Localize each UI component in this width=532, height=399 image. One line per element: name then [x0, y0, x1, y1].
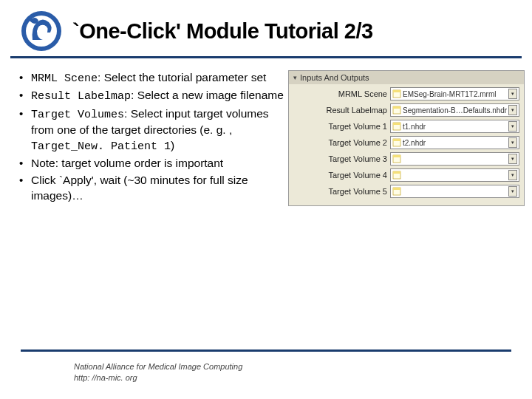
svg-rect-16 — [393, 188, 400, 190]
panel-row-value: Segmentation-B…Defaults.nhdr — [403, 106, 507, 115]
panel-row-field[interactable]: t1.nhdr▾ — [390, 120, 519, 133]
svg-rect-6 — [393, 106, 400, 109]
panel-row-label: MRML Scene — [293, 89, 387, 98]
svg-point-2 — [30, 18, 33, 21]
panel-row-field[interactable]: Segmentation-B…Defaults.nhdr▾ — [390, 103, 519, 117]
footer-line-2: http: //na-mic. org — [74, 372, 242, 383]
slide-title: `One-Click' Module Tutorial 2/3 — [72, 19, 373, 44]
dropdown-button[interactable]: ▾ — [508, 170, 517, 180]
panel-row-label: Result Labelmap — [293, 106, 387, 115]
file-icon — [392, 138, 401, 147]
inputs-outputs-panel: ▾ Inputs And Outputs MRML Scene EMSeg-Br… — [288, 70, 525, 206]
panel-row: Target Volume 5 ▾ — [293, 185, 519, 198]
panel-row: Target Volume 2 t2.nhdr▾ — [293, 136, 519, 149]
panel-row-label: Target Volume 2 — [293, 138, 387, 147]
bullet-text: Note: target volume order is important — [31, 157, 223, 169]
dropdown-button[interactable]: ▾ — [508, 105, 517, 115]
bullet-item: Target Volumes: Select input target volu… — [18, 106, 284, 154]
panel-row-value: EMSeg-Brain-MRT1T2.mrml — [403, 90, 507, 98]
panel-row-field[interactable]: ▾ — [390, 152, 519, 166]
panel-row-field[interactable]: EMSeg-Brain-MRT1T2.mrml▾ — [390, 87, 519, 100]
slide-content: MRML Scene: Select the tutorial paramete… — [0, 58, 532, 206]
panel-body: MRML Scene EMSeg-Brain-MRT1T2.mrml▾Resul… — [289, 84, 524, 205]
file-icon — [392, 89, 401, 98]
panel-header-label: Inputs And Outputs — [300, 73, 369, 82]
namic-logo — [21, 10, 65, 52]
panel-row-field[interactable]: ▾ — [390, 185, 519, 198]
bullet-text: : Select a new image filename — [131, 89, 284, 101]
bullet-text: : Select the tutorial parameter set — [98, 71, 266, 83]
dropdown-button[interactable]: ▾ — [508, 186, 517, 197]
bullet-list: MRML Scene: Select the tutorial paramete… — [18, 70, 288, 206]
panel-row-label: Target Volume 3 — [293, 154, 387, 163]
panel-row-label: Target Volume 1 — [293, 122, 387, 131]
bullet-text: Click `Apply', wait (~30 minutes for ful… — [31, 174, 248, 202]
bullet-item: Click `Apply', wait (~30 minutes for ful… — [18, 173, 284, 204]
panel-row: Target Volume 1 t1.nhdr▾ — [293, 120, 519, 133]
file-icon — [392, 171, 401, 180]
bullet-mono: Result Labelmap — [31, 90, 131, 103]
file-icon — [392, 106, 401, 115]
dropdown-button[interactable]: ▾ — [508, 154, 517, 164]
panel-row: MRML Scene EMSeg-Brain-MRT1T2.mrml▾ — [293, 87, 519, 100]
file-icon — [392, 122, 401, 131]
bullet-mono: Target Volumes — [31, 109, 124, 121]
bullet-mono: MRML Scene — [31, 72, 98, 85]
file-icon — [392, 187, 401, 196]
footer-line-1: National Alliance for Medical Image Comp… — [74, 361, 242, 372]
collapse-arrow-icon: ▾ — [293, 74, 297, 81]
svg-rect-14 — [393, 171, 400, 174]
bullet-item: Result Labelmap: Select a new image file… — [18, 88, 284, 104]
svg-rect-12 — [393, 155, 400, 157]
panel-row: Target Volume 3 ▾ — [293, 152, 519, 166]
slide-header: `One-Click' Module Tutorial 2/3 — [10, 0, 522, 58]
panel-row: Target Volume 4 ▾ — [293, 168, 519, 182]
panel-row: Result Labelmap Segmentation-B…Defaults.… — [293, 103, 519, 117]
panel-row-label: Target Volume 4 — [293, 171, 387, 180]
svg-rect-4 — [393, 90, 400, 92]
panel-header[interactable]: ▾ Inputs And Outputs — [289, 71, 524, 84]
bullet-item: MRML Scene: Select the tutorial paramete… — [18, 70, 284, 86]
footer-rule — [21, 349, 511, 352]
dropdown-button[interactable]: ▾ — [508, 89, 517, 99]
bullet-mono: Target_New. Patient 1 — [31, 140, 171, 153]
dropdown-button[interactable]: ▾ — [508, 137, 517, 148]
svg-rect-8 — [393, 123, 400, 125]
svg-rect-10 — [393, 139, 400, 141]
panel-row-value: t2.nhdr — [403, 139, 507, 147]
dropdown-button[interactable]: ▾ — [508, 121, 517, 132]
file-icon — [392, 154, 401, 163]
panel-row-label: Target Volume 5 — [293, 187, 387, 196]
panel-row-value: t1.nhdr — [403, 123, 507, 131]
panel-row-field[interactable]: t2.nhdr▾ — [390, 136, 519, 149]
bullet-text: ) — [171, 139, 174, 151]
panel-row-field[interactable]: ▾ — [390, 168, 519, 182]
bullet-item: Note: target volume order is important — [18, 156, 284, 171]
slide-footer: National Alliance for Medical Image Comp… — [74, 361, 242, 383]
